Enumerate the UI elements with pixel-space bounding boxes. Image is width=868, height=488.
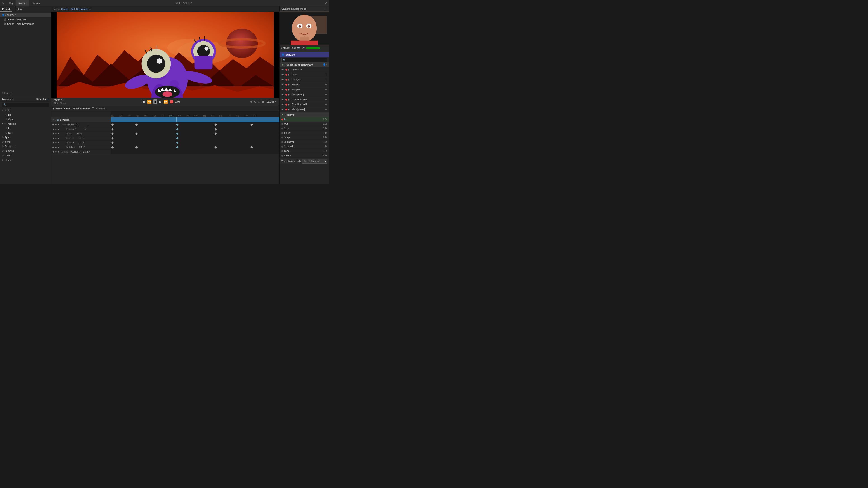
vis-tiny-r1[interactable]: ◀	[52, 146, 55, 148]
kf-py1[interactable]	[111, 128, 114, 130]
trigger-in-item[interactable]: ⊙ In	[0, 126, 51, 131]
rec-replay-spin[interactable]	[281, 128, 283, 129]
nav-tiny-sy1[interactable]: ◆	[55, 142, 57, 144]
vis-alien[interactable]: 👁	[281, 93, 285, 96]
rec-replay-clouds[interactable]	[281, 155, 283, 157]
nav-tiny-1[interactable]: ◆	[55, 124, 57, 126]
timeline-menu-icon[interactable]: ☰	[92, 107, 94, 110]
expand-cloud2[interactable]: ▶	[288, 98, 291, 101]
posy-track[interactable]	[111, 127, 279, 131]
kf-sc2[interactable]	[135, 132, 138, 135]
replay-clouds-label[interactable]: Clouds	[284, 154, 320, 157]
vis-eye-gaze[interactable]: 👁	[281, 68, 285, 71]
rec-triggers[interactable]	[285, 89, 287, 91]
kf-r1[interactable]	[111, 146, 114, 149]
menu-cloud1[interactable]: ☰	[325, 103, 327, 106]
cloud2-posx-track[interactable]	[111, 150, 279, 154]
rec-cloud2[interactable]	[285, 99, 287, 101]
nav-tiny-r2[interactable]: ▶	[58, 146, 60, 148]
zoom-arrow-icon[interactable]: ▾	[275, 100, 277, 103]
kf-r2[interactable]	[135, 146, 138, 149]
kf-sc4[interactable]	[214, 132, 217, 135]
settings-icon[interactable]: ⚙	[254, 100, 256, 103]
replay-jumpback-label[interactable]: Jumpback	[284, 141, 320, 143]
add-trigger-icon[interactable]: +	[47, 97, 49, 101]
rec-replay-planet[interactable]	[281, 132, 283, 134]
trigger-clouds-item[interactable]: ⊙ Clouds	[0, 158, 51, 162]
vis-tiny-1[interactable]: ◀	[52, 124, 55, 126]
scaley-track[interactable]	[111, 140, 279, 145]
tab-rig[interactable]: Rig	[6, 0, 16, 6]
vis-physics[interactable]: 👁	[281, 84, 285, 86]
kf-sx2[interactable]	[176, 137, 178, 139]
kf-1[interactable]	[111, 123, 114, 126]
rec-replay-in[interactable]	[281, 119, 283, 121]
layers-icon[interactable]: ◫	[10, 92, 12, 95]
rec-dot-schizzler[interactable]: ●	[55, 119, 56, 121]
nav-tiny-sc1[interactable]: ◆	[55, 133, 57, 135]
nav-tiny-c2[interactable]: ▶	[58, 151, 60, 153]
tree-item-scene1[interactable]: 🎬 Scene - Schizzler	[0, 17, 51, 22]
vis-mars[interactable]: 👁	[281, 108, 285, 111]
rec-alien[interactable]	[285, 94, 287, 96]
menu-physics[interactable]: ☰	[325, 84, 327, 86]
tab-controls[interactable]: Controls	[96, 107, 105, 110]
menu-mars[interactable]: ☰	[325, 108, 327, 111]
kf-3[interactable]	[176, 123, 178, 126]
expand-icon[interactable]: ⤢	[324, 1, 327, 5]
nav-tiny-posy1[interactable]: ◆	[55, 128, 57, 130]
rec-replay-spinback[interactable]	[281, 146, 283, 148]
loop-icon[interactable]: ↺	[250, 100, 252, 103]
nav-tiny-sy2[interactable]: ▶	[58, 142, 60, 144]
tree-item-root[interactable]: 👤 Schizzler	[0, 13, 51, 17]
film-icon[interactable]: 🎞	[2, 92, 4, 95]
scalex-track[interactable]	[111, 136, 279, 140]
nav-tiny-sc2[interactable]: ▶	[58, 133, 60, 135]
tree-item-scene2[interactable]: 🎬 Scene - With Keyframes	[0, 22, 51, 26]
kf-py2[interactable]	[176, 128, 178, 130]
trigger-position-group[interactable]: ▼ ⊕ Position	[0, 122, 51, 126]
schizzler-main-track[interactable]	[111, 118, 279, 122]
expand-triggers[interactable]: ▶	[288, 89, 291, 91]
tab-project[interactable]: Project	[0, 6, 12, 11]
nav-tiny-posy2[interactable]: ▶	[58, 128, 60, 130]
vis-tiny-c1[interactable]: ◀	[52, 151, 55, 153]
square-icon[interactable]: ▣	[6, 92, 8, 95]
expand-alien[interactable]: ▶	[288, 94, 291, 96]
scene-name-link[interactable]: Scene - With Keyframes	[61, 8, 88, 10]
kf-2[interactable]	[135, 123, 138, 126]
nav-tiny-r1[interactable]: ◆	[55, 146, 57, 148]
go-to-start-btn[interactable]: ⏮	[142, 100, 145, 104]
rec-replay-jumpback[interactable]	[281, 141, 283, 143]
kf-sc1[interactable]	[111, 132, 114, 135]
menu-eye-gaze[interactable]: ☰	[325, 68, 327, 71]
bg-icon[interactable]: ▣	[262, 100, 265, 103]
kf-py3[interactable]	[214, 128, 217, 130]
nav-tiny-sx2[interactable]: ▶	[58, 137, 60, 139]
menu-cloud2[interactable]: ☰	[325, 98, 327, 101]
behaviors-add-icon[interactable]: 👤+	[323, 63, 327, 66]
scene-menu-icon[interactable]: ☰	[89, 7, 92, 11]
nav-tiny-sx1[interactable]: ◆	[55, 137, 57, 139]
trigger-spin-item[interactable]: ⊙ Spin	[0, 135, 51, 140]
vis-icon-schizzler[interactable]: 👁	[52, 119, 54, 121]
kf-sc3[interactable]	[176, 132, 178, 135]
when-trigger-select[interactable]: Let replay finish	[302, 159, 327, 164]
mic-icon[interactable]: 🎤	[302, 46, 305, 50]
expand-mars[interactable]: ▶	[288, 108, 291, 111]
camera-menu-icon[interactable]: ☰	[325, 7, 327, 10]
menu-triggers[interactable]: ☰	[325, 88, 327, 91]
trigger-search-input[interactable]	[2, 103, 49, 107]
record-btn[interactable]	[170, 100, 174, 103]
step-back-btn[interactable]: ⏪	[147, 100, 152, 104]
vis-tiny-posy1[interactable]: ◀	[52, 128, 55, 130]
rec-replay-out[interactable]	[281, 123, 283, 125]
vis-tiny-sy1[interactable]: ◀	[52, 142, 55, 144]
menu-alien[interactable]: ☰	[325, 93, 327, 96]
trigger-backspin-item[interactable]: ⊙ Backspin	[0, 149, 51, 153]
zoom-display[interactable]: (131%)	[266, 100, 274, 103]
play-btn[interactable]: ▶	[159, 100, 162, 104]
trigger-open-item[interactable]: ⊙ Open	[0, 117, 51, 122]
vis-tiny-sc1[interactable]: ◀	[52, 133, 55, 135]
replay-jump-label[interactable]: Jump	[284, 136, 320, 139]
